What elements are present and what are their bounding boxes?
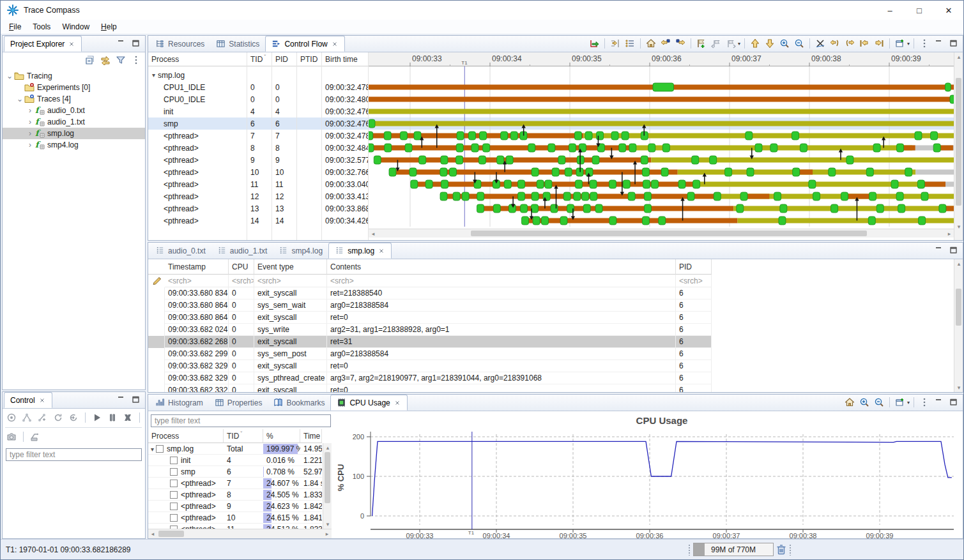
column-header-%[interactable]: % [263, 429, 300, 443]
event-row[interactable]: 09:00:33.682 299 0860sys_sem_postarg0=21… [148, 348, 712, 360]
new-session-icon[interactable] [20, 411, 33, 424]
event-row[interactable]: 09:00:33.682 329 6030exit_syscallret=06 [148, 360, 712, 372]
column-header-tid[interactable]: TIDˇ [247, 52, 272, 66]
scroll-thumb[interactable] [956, 289, 961, 326]
import-session-icon[interactable] [68, 411, 80, 424]
usage-row-init[interactable]: init40.016 %1.221 r [148, 455, 322, 466]
tree-item-experiments-0-[interactable]: Experiments [0] [3, 82, 145, 93]
usage-row-smp[interactable]: smp60.708 %52.978 [148, 466, 322, 478]
import-icon[interactable] [29, 430, 42, 443]
dropdown-caret-icon[interactable]: ▾ [738, 41, 740, 47]
search-field-pid[interactable]: <srch> [676, 275, 712, 287]
column-header-ptid[interactable]: PTID [297, 52, 322, 66]
scroll-up-arrow[interactable]: ▴ [323, 443, 332, 452]
process-row-smp.log[interactable]: ▾smp.log [148, 69, 369, 81]
usage-row-pthread[interactable]: <pthread>824.505 %1.833 s [148, 489, 322, 501]
menu-file[interactable]: File [3, 20, 27, 33]
usage-row-smp.log[interactable]: ▾smp.logTotal199.997 %14.959 [148, 443, 322, 455]
stop-trace-icon[interactable] [122, 411, 134, 424]
move-down-icon[interactable] [763, 37, 776, 50]
checkbox[interactable] [170, 503, 178, 510]
column-divider[interactable] [247, 52, 247, 240]
column-divider[interactable] [321, 52, 322, 240]
scroll-up-arrow[interactable]: ▴ [954, 52, 963, 61]
editor-tab-smp4-log[interactable]: smp4.log [273, 243, 328, 259]
vertical-scrollbar[interactable]: ▴ ▾ [954, 52, 963, 240]
checkbox[interactable] [170, 491, 178, 499]
checkbox[interactable] [170, 468, 178, 476]
scroll-right-arrow[interactable]: ▸ [945, 229, 954, 238]
minimize-icon[interactable] [933, 37, 945, 50]
filter-icon[interactable] [114, 54, 127, 66]
event-row[interactable]: 09:00:33.682 332 2670exit_syscallret=06 [148, 384, 712, 392]
event-row[interactable]: 09:00:33.680 864 7860exit_syscallret=06 [148, 312, 712, 324]
vertical-scrollbar[interactable]: ▴ ▾ [954, 259, 963, 392]
checkbox[interactable] [156, 445, 164, 453]
process-row-pthread[interactable]: <pthread>7709:00:32.4788 [148, 130, 369, 142]
grip-handle[interactable] [789, 544, 792, 556]
dropdown-caret-icon[interactable]: ▾ [907, 41, 910, 47]
checkbox[interactable] [170, 480, 178, 487]
tree-item-tracing[interactable]: ⌄Tracing [3, 70, 145, 82]
process-row-CPU0_IDLE[interactable]: CPU0_IDLE0009:00:32.4800 [148, 93, 369, 105]
column-divider[interactable] [368, 52, 369, 240]
editor-tab-audio-0-txt[interactable]: audio_0.txt [149, 243, 211, 259]
minimize-icon[interactable] [115, 37, 128, 50]
process-row-init[interactable]: init4409:00:32.4760 [148, 105, 369, 117]
event-row[interactable]: 09:00:33.680 834 2700exit_syscallret=218… [148, 287, 712, 299]
home-icon[interactable] [645, 37, 657, 50]
scroll-down-arrow[interactable]: ▾ [954, 383, 963, 392]
horizontal-scrollbar[interactable]: ◂ ▸ [369, 229, 954, 238]
prev-event-icon[interactable] [829, 37, 841, 50]
cpu-usage-plot[interactable]: CPU Usage% CPU010020009:00:3309:00:3409:… [333, 411, 964, 540]
scroll-thumb[interactable] [158, 531, 184, 537]
cpu-usage-chart[interactable]: CPU Usage% CPU010020009:00:3309:00:3409:… [333, 411, 963, 538]
scroll-thumb[interactable] [956, 78, 961, 206]
vertical-scrollbar[interactable]: ▴ ▾ [323, 443, 332, 529]
search-field-event-type[interactable]: <srch> [254, 275, 327, 287]
column-header-birth-time[interactable]: Birth time [322, 52, 369, 66]
maximize-icon[interactable] [130, 393, 142, 406]
expand-arrow-icon[interactable]: › [26, 140, 34, 149]
prev-bookmark-icon[interactable] [710, 37, 723, 50]
usage-row-pthread[interactable]: <pthread>924.623 %1.842 s [148, 501, 322, 512]
dropdown-caret-icon[interactable]: ▾ [907, 400, 910, 405]
expand-arrow-icon[interactable]: › [26, 129, 34, 138]
view-menu-icon[interactable] [918, 37, 931, 50]
column-header-tid[interactable]: TIDˇ [224, 429, 263, 443]
column-header-process[interactable]: Process [148, 52, 247, 66]
process-row-pthread[interactable]: <pthread>121209:00:33.4134 [148, 190, 369, 202]
show-legend-icon[interactable] [624, 37, 636, 50]
column-header-timestamp[interactable]: Timestamp [165, 259, 229, 275]
menu-window[interactable]: Window [56, 20, 95, 33]
home-icon[interactable] [843, 396, 856, 409]
close-tab-icon[interactable] [38, 397, 46, 404]
process-row-pthread[interactable]: <pthread>8809:00:32.4843 [148, 142, 369, 154]
checkbox[interactable] [170, 457, 178, 464]
maximize-window-button[interactable]: □ [905, 1, 934, 20]
column-header-time[interactable]: Time [300, 429, 322, 443]
snapshot-icon[interactable] [5, 430, 18, 443]
zoom-out-icon[interactable] [873, 396, 885, 409]
close-tab-icon[interactable] [394, 399, 401, 407]
prev-marker-icon[interactable] [659, 37, 672, 50]
tree-item-audio-0-txt[interactable]: ›faudio_0.txt [3, 105, 145, 116]
next-marker-icon[interactable] [674, 37, 687, 50]
move-up-icon[interactable] [749, 37, 761, 50]
control-tab-control[interactable]: Control [4, 392, 52, 408]
event-row[interactable]: 09:00:33.682 024 4330sys_writearg2=31, a… [148, 324, 712, 336]
process-row-smp[interactable]: smp6609:00:32.4760 [148, 117, 369, 130]
scroll-up-arrow[interactable]: ▴ [954, 259, 963, 268]
column-header-cpu[interactable]: CPU [229, 259, 254, 275]
scroll-thumb[interactable] [325, 452, 330, 503]
zoom-in-icon[interactable] [778, 37, 791, 50]
menu-help[interactable]: Help [95, 20, 123, 33]
tree-item-smp4-log[interactable]: ›fsmp4.log [3, 139, 145, 151]
control-filter-input[interactable] [6, 448, 142, 461]
prev-process-icon[interactable] [858, 37, 871, 50]
next-bookmark-icon[interactable] [724, 37, 737, 50]
minimize-window-button[interactable]: – [875, 1, 905, 20]
process-row-pthread[interactable]: <pthread>131309:00:33.8687 [148, 202, 369, 215]
maximize-icon[interactable] [947, 396, 960, 409]
connect-icon[interactable] [5, 411, 17, 424]
